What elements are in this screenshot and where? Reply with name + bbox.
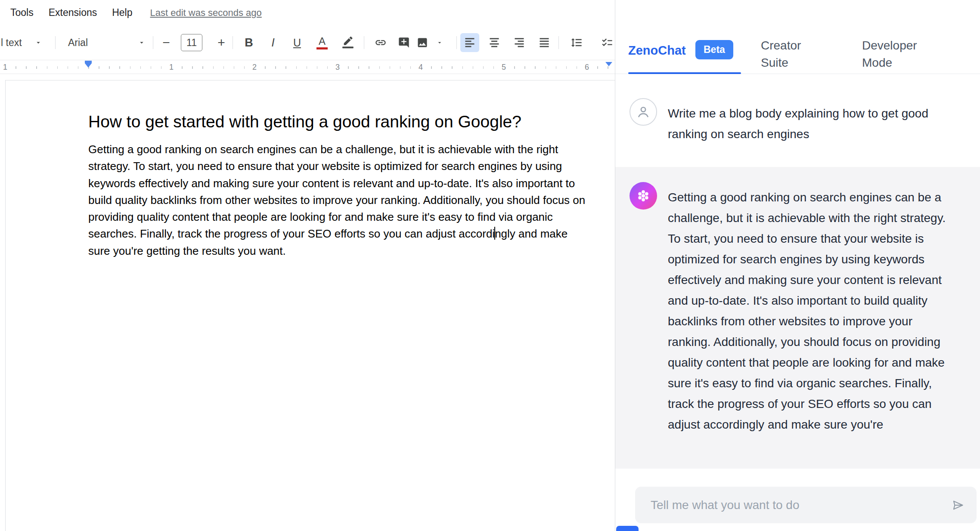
italic-button[interactable]: I [264,33,282,52]
chevron-down-icon [34,39,42,46]
send-button[interactable] [949,496,967,514]
increase-font-size-button[interactable]: + [213,33,230,52]
plus-icon: + [217,36,225,49]
user-avatar [630,98,657,126]
ruler-number: 6 [582,62,592,71]
tab-creator-suite[interactable]: Creator Suite [761,37,816,71]
beta-badge: Beta [695,40,733,59]
paragraph-style-label: l text [1,37,22,49]
paragraph-style-dropdown[interactable]: l text [0,33,45,52]
font-family-dropdown[interactable]: Arial [65,33,149,52]
align-center-button[interactable] [485,33,504,52]
chat-input-container [635,487,977,523]
zenochat-panel: ZenoChat Beta Creator Suite Developer Mo… [615,0,980,531]
comment-add-icon [398,37,410,49]
document-page[interactable]: How to get started with getting a good r… [5,80,615,531]
docs-menubar: Tools Extensions Help Last edit was seco… [0,0,615,25]
document-canvas: How to get started with getting a good r… [0,74,615,531]
menu-tools[interactable]: Tools [9,6,34,19]
tab-developer-mode[interactable]: Developer Mode [862,37,927,71]
toolbar-separator [558,36,559,49]
textcortex-logo-icon [635,0,650,3]
right-indent-marker[interactable] [605,62,612,66]
ruler-number: 3 [333,62,342,71]
docs-toolbar: l text Arial − 11 + B I U A [0,25,615,60]
chevron-down-icon [138,39,146,46]
align-justify-button[interactable] [535,33,554,52]
user-message: Write me a blog body explaining how to g… [668,103,943,145]
ruler-number: 4 [416,62,425,71]
highlighter-icon [342,37,354,49]
font-size-value: 11 [181,34,202,51]
checklist-button[interactable] [598,33,615,52]
document-title[interactable]: How to get started with getting a good r… [88,112,605,131]
tab-zenochat[interactable]: ZenoChat [628,43,686,58]
align-justify-icon [538,37,550,49]
brain-flower-icon [636,188,651,204]
menu-help[interactable]: Help [111,6,133,19]
toolbar-separator [456,36,457,49]
align-left-icon [464,37,476,49]
ruler-number: 1 [167,62,176,71]
chevron-down-icon [436,39,443,46]
ruler-ticks [0,66,615,69]
toolbar-separator [364,36,364,49]
toolbar-separator [153,36,153,49]
align-right-button[interactable] [510,33,529,52]
image-icon [416,37,428,49]
highlight-color-button[interactable] [338,33,357,52]
line-spacing-icon [571,37,583,49]
minus-icon: − [162,36,170,49]
left-indent-marker[interactable] [85,61,92,68]
decrease-font-size-button[interactable]: − [158,33,175,52]
bottom-partial-button[interactable] [616,526,639,531]
ruler-number: 5 [499,62,509,71]
italic-icon: I [271,36,275,49]
align-right-icon [513,37,525,49]
text-color-icon: A [316,36,328,49]
last-edit-link[interactable]: Last edit was seconds ago [150,7,262,19]
active-tab-underline [628,72,741,74]
assistant-avatar [630,182,657,210]
link-icon [375,37,387,49]
toolbar-separator [55,36,56,49]
send-plane-icon [952,497,964,514]
toolbar-separator [233,36,233,49]
document-body[interactable]: Getting a good ranking on search engines… [88,141,588,259]
ruler-number: 2 [250,62,259,71]
bold-button[interactable]: B [239,33,258,52]
person-icon [636,104,651,120]
add-comment-button[interactable] [394,33,413,52]
body-text-before-cursor: Getting a good ranking on search engines… [88,143,585,240]
underline-icon: U [293,37,301,49]
insert-link-button[interactable] [371,33,390,52]
font-size-input[interactable]: 11 [181,33,202,52]
checklist-icon [601,37,613,49]
google-docs-pane: Tools Extensions Help Last edit was seco… [0,0,615,531]
horizontal-ruler[interactable]: 1 1 2 3 4 5 6 [0,60,615,74]
line-spacing-button[interactable] [567,33,586,52]
chat-input[interactable] [635,498,977,512]
assistant-message: Getting a good ranking on search engines… [668,187,950,435]
bold-icon: B [245,36,253,49]
menu-extensions[interactable]: Extensions [48,6,98,19]
align-left-button[interactable] [460,33,479,52]
assistant-message-block: Getting a good ranking on search engines… [615,167,980,469]
align-center-icon [488,37,500,49]
font-family-label: Arial [68,37,88,49]
insert-image-button[interactable] [416,33,444,52]
text-color-button[interactable]: A [313,33,332,52]
underline-button[interactable]: U [288,33,307,52]
ruler-number: 1 [0,62,10,71]
